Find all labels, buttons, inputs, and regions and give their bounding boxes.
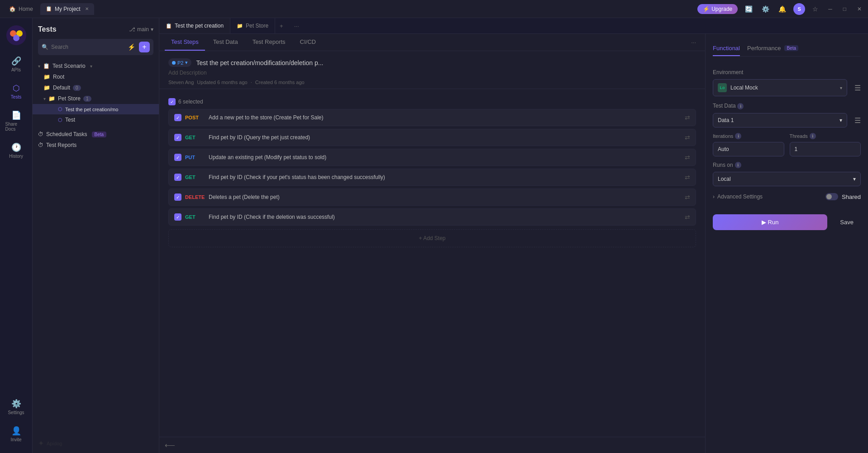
environment-selector[interactable]: Lo Local Mock ▾ (713, 79, 847, 96)
tab-close-icon[interactable]: ✕ (85, 6, 89, 11)
step-row-get-1[interactable]: ✓ GET Find pet by ID (Query the pet just… (168, 129, 696, 146)
test-data-select[interactable]: Data 1 ▾ (713, 113, 847, 127)
step-actions-icon[interactable]: ⇄ (685, 154, 690, 161)
test-title-row: P2 ▾ Test the pet creation/modification/… (168, 58, 696, 67)
tree-item-default[interactable]: 📁 Default 0 (33, 82, 159, 93)
selected-count: ✓ 6 selected (168, 94, 696, 109)
avatar[interactable]: S (793, 3, 805, 15)
tab-test-steps[interactable]: Test Steps (165, 34, 205, 51)
step-actions-icon[interactable]: ⇄ (685, 213, 690, 221)
step-description: Update an existing pet (Modify pet statu… (209, 154, 681, 160)
file-tab-test-creation[interactable]: 📋 Test the pet creation (159, 18, 230, 33)
priority-badge[interactable]: P2 ▾ (168, 58, 191, 67)
branch-selector[interactable]: ⎇ main ▾ (129, 26, 153, 33)
method-put-badge: PUT (185, 155, 205, 160)
tree-item-label: Test (65, 117, 75, 123)
nav-item-history[interactable]: 🕐 History (3, 139, 30, 162)
test-data-menu-icon[interactable]: ☰ (854, 116, 861, 125)
tree-item-test-scenario[interactable]: ▾ 📋 Test Scenario ▾ (33, 61, 159, 71)
file-tab-pet-store[interactable]: 📁 Pet Store (230, 18, 275, 33)
project-tab[interactable]: 📋 My Project ✕ (40, 3, 94, 15)
tabs-area: 🏠 Home 📋 My Project ✕ (4, 3, 94, 15)
search-input[interactable] (51, 44, 124, 50)
tree-item-scheduled[interactable]: ⏱ Scheduled Tasks Beta (33, 129, 159, 140)
more-tabs-button[interactable]: ··· (290, 19, 304, 33)
collapse-bar: ⟵ (159, 437, 705, 453)
step-checkbox[interactable]: ✓ (174, 174, 181, 181)
filter-button[interactable]: ⚡ (127, 42, 136, 52)
settings-button[interactable]: ⚙️ (760, 4, 771, 14)
add-tab-button[interactable]: + (275, 19, 288, 33)
runs-on-select[interactable]: Local ▾ (713, 172, 861, 186)
more-options-icon[interactable]: ··· (687, 35, 700, 49)
nav-item-tests[interactable]: ⬡ Tests (3, 80, 30, 103)
step-actions-icon[interactable]: ⇄ (685, 193, 690, 201)
share-docs-icon: 📄 (11, 110, 21, 120)
tree-item-test-creation[interactable]: ⬡ Test the pet creation/mo (33, 104, 159, 114)
add-description[interactable]: Add Description (168, 70, 696, 76)
nav-item-settings[interactable]: ⚙️ Settings (3, 395, 30, 419)
threads-label: Threads ℹ (790, 133, 861, 139)
project-icon: 📋 (46, 6, 52, 12)
tab-functional[interactable]: Functional (713, 41, 740, 56)
tree-item-reports[interactable]: ⏱ Test Reports (33, 140, 159, 151)
notifications-button[interactable]: 🔔 (777, 4, 788, 14)
tab-test-reports[interactable]: Test Reports (246, 34, 292, 51)
close-button[interactable]: ✕ (854, 4, 864, 14)
step-checkbox[interactable]: ✓ (174, 213, 181, 221)
apis-icon: 🔗 (11, 56, 21, 66)
nav-item-share-docs[interactable]: 📄 Share Docs (3, 107, 30, 135)
iterations-input[interactable] (713, 142, 784, 156)
tree-item-label: Default (53, 85, 70, 91)
env-menu-icon[interactable]: ☰ (854, 84, 861, 92)
nav-item-apis[interactable]: 🔗 APIs (3, 52, 30, 76)
right-tabs: Functional Performance Beta (713, 41, 861, 57)
step-checkbox[interactable]: ✓ (174, 114, 181, 121)
iterations-col: Iterations ℹ (713, 133, 784, 156)
folder-icon: 📁 (43, 74, 50, 80)
threads-input[interactable] (790, 142, 861, 156)
title-bar-right: ⚡ Upgrade 🔄 ⚙️ 🔔 S ☆ ─ □ ✕ (697, 3, 864, 15)
shared-toggle[interactable] (825, 193, 838, 200)
save-button[interactable]: Save (833, 214, 861, 230)
minimize-button[interactable]: ─ (825, 4, 835, 14)
step-row-put[interactable]: ✓ PUT Update an existing pet (Modify pet… (168, 149, 696, 166)
add-step-button[interactable]: + Add Step (168, 229, 696, 247)
pet-store-badge: 1 (83, 96, 91, 102)
content-main: Test Steps Test Data Test Reports CI/CD … (159, 34, 868, 453)
step-description: Find pet by ID (Check if your pet's stat… (209, 174, 681, 180)
step-row-get-2[interactable]: ✓ GET Find pet by ID (Check if your pet'… (168, 169, 696, 186)
step-actions-icon[interactable]: ⇄ (685, 134, 690, 141)
svg-point-3 (13, 35, 19, 41)
maximize-button[interactable]: □ (840, 4, 849, 14)
run-button[interactable]: ▶ Run (713, 214, 827, 230)
refresh-button[interactable]: 🔄 (743, 4, 754, 14)
step-checkbox[interactable]: ✓ (174, 193, 181, 201)
advanced-settings-toggle[interactable]: › Advanced Settings (713, 190, 763, 203)
folder-icon: 📁 (48, 95, 55, 102)
step-actions-icon[interactable]: ⇄ (685, 174, 690, 181)
upgrade-button[interactable]: ⚡ Upgrade (697, 4, 738, 14)
tree-item-pet-store[interactable]: ▾ 📁 Pet Store 1 (33, 93, 159, 104)
home-tab[interactable]: 🏠 Home (4, 3, 38, 15)
step-checkbox[interactable]: ✓ (174, 134, 181, 141)
file-tab-label: Pet Store (246, 23, 268, 29)
nav-item-invite[interactable]: 👤 Invite (3, 422, 30, 446)
tree-item-root[interactable]: 📁 Root (33, 71, 159, 82)
step-actions-icon[interactable]: ⇄ (685, 114, 690, 121)
tab-ci-cd[interactable]: CI/CD (294, 34, 322, 51)
tab-test-data[interactable]: Test Data (207, 34, 244, 51)
home-icon: 🏠 (9, 6, 16, 12)
collapse-icon[interactable]: ⟵ (165, 441, 175, 449)
main-layout: 🔗 APIs ⬡ Tests 📄 Share Docs 🕐 History ⚙️… (0, 18, 868, 453)
branch-icon: ⎇ (129, 26, 135, 33)
add-tree-button[interactable]: + (139, 42, 150, 52)
step-row-post[interactable]: ✓ POST Add a new pet to the store (Creat… (168, 109, 696, 126)
star-button[interactable]: ☆ (811, 4, 820, 14)
threads-info-icon: ℹ (810, 133, 816, 139)
tree-item-test[interactable]: ⬡ Test (33, 114, 159, 125)
tab-performance[interactable]: Performance Beta (747, 41, 798, 56)
step-row-delete[interactable]: ✓ DELETE Deletes a pet (Delete the pet) … (168, 189, 696, 206)
step-checkbox[interactable]: ✓ (174, 154, 181, 161)
step-row-get-3[interactable]: ✓ GET Find pet by ID (Check if the delet… (168, 208, 696, 226)
